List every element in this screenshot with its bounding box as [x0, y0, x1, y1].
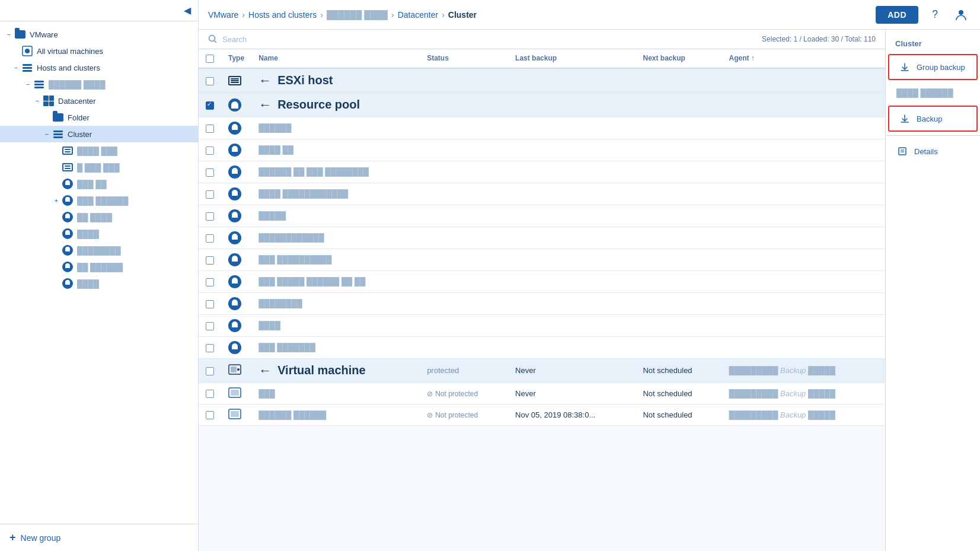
- row-checkbox[interactable]: [206, 146, 214, 155]
- sidebar-item-vm2[interactable]: ██ ████: [0, 209, 198, 225]
- row-checkbox[interactable]: [206, 256, 214, 265]
- table-row[interactable]: ← Resource pool: [199, 93, 885, 117]
- select-all-checkbox[interactable]: [206, 55, 214, 63]
- sidebar-item-label: ████████: [77, 246, 121, 255]
- row-next-backup: Not scheduled: [636, 404, 722, 425]
- resource-pool-icon: [228, 98, 244, 112]
- sidebar-item-label: ███ ██: [77, 180, 107, 189]
- user-button[interactable]: [952, 5, 971, 24]
- table-row[interactable]: ████ ██: [199, 139, 885, 161]
- row-checkbox[interactable]: [206, 101, 214, 110]
- sidebar-item-label: ██ ██████: [77, 263, 123, 272]
- row-checkbox[interactable]: [206, 322, 214, 330]
- collapse-button[interactable]: ◀: [184, 5, 191, 16]
- table-row[interactable]: ██████ ██████ ⊘ Not protected Nov 05, 20…: [199, 404, 885, 425]
- backup-button[interactable]: Backup: [888, 106, 978, 132]
- content-area: Selected: 1 / Loaded: 30 / Total: 110 Ty…: [199, 30, 980, 551]
- table-row[interactable]: ██████ ██ ███ ████████: [199, 161, 885, 183]
- row-checkbox[interactable]: [206, 300, 214, 308]
- row-checkbox[interactable]: [206, 168, 214, 177]
- sidebar-item-label: ████ ███: [77, 146, 117, 155]
- right-panel-title: Cluster: [886, 34, 980, 53]
- breadcrumb-cluster: Cluster: [448, 10, 477, 20]
- topbar: VMware › Hosts and clusters › ██████ ███…: [199, 0, 980, 30]
- table-row[interactable]: ← Virtual machine protected Never Not sc…: [199, 358, 885, 383]
- vm-type-icon: [228, 412, 241, 421]
- sidebar-item-cluster[interactable]: − Cluster: [0, 126, 198, 142]
- breadcrumb-vmware[interactable]: VMware: [208, 10, 238, 20]
- breadcrumb-host-group[interactable]: ██████ ████: [327, 10, 388, 20]
- table-row[interactable]: ████████████: [199, 227, 885, 249]
- sidebar-item-datacenter[interactable]: − Datacenter: [0, 93, 198, 109]
- new-group-button[interactable]: + New group: [0, 524, 198, 551]
- add-button[interactable]: ADD: [876, 6, 918, 24]
- esxi-host-icon: [228, 76, 244, 85]
- folder-icon: [52, 112, 64, 123]
- row-checkbox[interactable]: [206, 77, 214, 85]
- sidebar-item-vm1[interactable]: ███ ██: [0, 176, 198, 192]
- sidebar-item-vm4[interactable]: ████████: [0, 242, 198, 259]
- breadcrumb-sep-3: ›: [391, 10, 394, 20]
- sidebar-item-folder[interactable]: Folder: [0, 109, 198, 126]
- arrow-left-icon: ←: [258, 363, 272, 378]
- breadcrumb-hosts-clusters[interactable]: Hosts and clusters: [248, 10, 317, 20]
- col-next-backup: Next backup: [636, 49, 722, 68]
- row-checkbox[interactable]: [206, 344, 214, 352]
- table-row[interactable]: ███ █████ ██████ ██ ██: [199, 270, 885, 292]
- row-checkbox[interactable]: [206, 411, 214, 419]
- sidebar-item-esxi2[interactable]: █ ███ ███: [0, 159, 198, 176]
- sidebar-item-vmware[interactable]: − VMware: [0, 26, 198, 43]
- sidebar-item-label: Folder: [68, 113, 90, 122]
- subtitle-label: ████ ██████: [896, 88, 953, 97]
- sidebar-item-label: ██████ ████: [49, 80, 106, 89]
- right-panel-separator: [886, 135, 980, 136]
- table-row[interactable]: ███ ███████: [199, 336, 885, 358]
- table-row[interactable]: ████: [199, 314, 885, 336]
- sidebar-item-vm-expand[interactable]: + ███ ██████: [0, 192, 198, 209]
- row-checkbox[interactable]: [206, 125, 214, 133]
- sidebar-item-vm5[interactable]: ██ ██████: [0, 259, 198, 275]
- search-icon: [208, 34, 218, 44]
- cluster-icon: [33, 78, 45, 90]
- row-name: ████ ████████████: [258, 189, 348, 198]
- sidebar-item-all-vms[interactable]: All virtual machines: [0, 43, 198, 59]
- row-checkbox[interactable]: [206, 212, 214, 221]
- details-label: Details: [914, 147, 938, 156]
- row-checkbox[interactable]: [206, 278, 214, 286]
- table-row[interactable]: ███ ██████████: [199, 249, 885, 270]
- sidebar-item-host-group[interactable]: − ██████ ████: [0, 76, 198, 93]
- vm-row-icon: [228, 144, 241, 157]
- sidebar-item-hosts-clusters[interactable]: − Hosts and clusters: [0, 59, 198, 76]
- table-row[interactable]: ███ ⊘ Not protected Never Not scheduled …: [199, 383, 885, 404]
- table-row[interactable]: ██████: [199, 117, 885, 139]
- row-name: ████: [258, 321, 280, 330]
- sidebar-item-label: ██ ████: [77, 213, 112, 222]
- sidebar-item-vm3[interactable]: ████: [0, 225, 198, 242]
- row-checkbox[interactable]: [206, 190, 214, 199]
- plus-icon: +: [9, 531, 16, 544]
- help-button[interactable]: ?: [925, 5, 944, 24]
- expand-icon: −: [43, 130, 51, 138]
- table-row[interactable]: █████: [199, 205, 885, 227]
- group-backup-button[interactable]: Group backup: [888, 54, 978, 80]
- row-status: ⊘ Not protected: [427, 390, 478, 398]
- row-next-backup: Not scheduled: [636, 383, 722, 404]
- vm-icon: [62, 244, 74, 256]
- cluster-icon: [52, 128, 64, 140]
- breadcrumb-datacenter[interactable]: Datacenter: [398, 10, 438, 20]
- table-row[interactable]: ████████: [199, 292, 885, 314]
- table-row[interactable]: ████ ████████████: [199, 183, 885, 205]
- sidebar-item-label: ███ ██████: [77, 196, 129, 205]
- sidebar-item-esxi1[interactable]: ████ ███: [0, 142, 198, 159]
- row-checkbox[interactable]: [206, 234, 214, 243]
- col-last-backup: Last backup: [508, 49, 636, 68]
- search-bar: Selected: 1 / Loaded: 30 / Total: 110: [199, 30, 885, 49]
- sidebar-item-vm6[interactable]: ████: [0, 275, 198, 292]
- svg-rect-14: [899, 148, 906, 155]
- search-input[interactable]: [222, 35, 341, 44]
- expand-icon: −: [5, 31, 13, 38]
- row-checkbox[interactable]: [206, 390, 214, 398]
- row-checkbox[interactable]: [206, 367, 214, 375]
- details-button[interactable]: Details: [886, 138, 980, 164]
- table-row[interactable]: ← ESXi host: [199, 68, 885, 93]
